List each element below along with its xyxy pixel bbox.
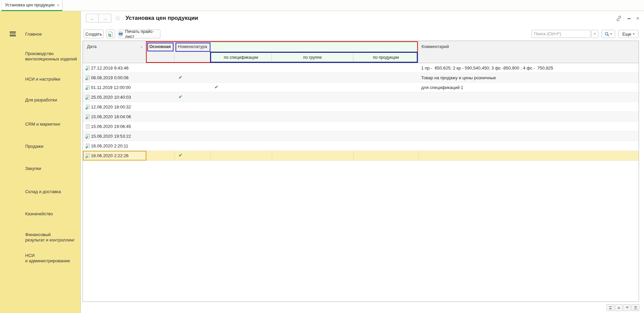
hamburger-menu-icon[interactable] — [10, 32, 16, 36]
row-date: 25.05.2020 10:40:03 — [91, 95, 131, 100]
sidebar-item-3[interactable]: НСИ и настройки — [25, 77, 80, 82]
row-date: 12.06.2020 18:00:32 — [91, 104, 131, 109]
sidebar-item-2[interactable]: Производство вентиляционных изделий — [25, 51, 80, 62]
scroll-to-bottom-button[interactable] — [632, 304, 639, 311]
check-icon-nomenklatura: ✔ — [179, 152, 183, 158]
document-posted-icon — [85, 114, 90, 121]
more-actions-button[interactable]: Еще ▾ — [618, 30, 639, 38]
scroll-to-top-button[interactable] — [606, 304, 614, 311]
document-posted-icon — [85, 104, 90, 111]
more-kebab-icon[interactable] — [628, 17, 631, 19]
list-scroll-buttons — [606, 304, 639, 311]
search-clear-button[interactable]: × — [591, 30, 598, 38]
page-title: Установка цен продукции — [126, 15, 198, 21]
row-date: 01.11.2019 12:00:00 — [91, 85, 131, 90]
create-button[interactable]: Создать — [84, 30, 104, 38]
tab-price-setting[interactable]: Установка цен продукции × — [1, 0, 62, 11]
row-date: 15.06.2020 18:04:06 — [91, 114, 131, 119]
tab-close-icon[interactable]: × — [57, 3, 59, 8]
scroll-up-icon — [617, 307, 621, 309]
print-pricelist-button[interactable]: Печать прайс-лист — [118, 30, 160, 38]
back-button[interactable]: ← — [86, 14, 99, 23]
column-header-po-prod[interactable]: по продукции — [353, 52, 418, 63]
scroll-bottom-icon — [634, 306, 637, 308]
search-icon — [605, 32, 609, 36]
chevron-down-icon: ▾ — [610, 32, 612, 36]
table-row[interactable]: 01.11.2019 12:00:00✔для спецификаций 1 — [83, 83, 639, 92]
form-close-icon[interactable]: × — [636, 15, 639, 21]
document-icon — [85, 124, 90, 131]
column-header-po-spec[interactable]: по спецификации — [210, 52, 272, 63]
row-date: 08.08.2019 0:00:06 — [91, 75, 129, 80]
column-group-header — [210, 41, 418, 52]
document-posted-icon — [85, 85, 90, 92]
scroll-up-button[interactable] — [615, 304, 623, 311]
row-date: 27.12.2018 9:43:46 — [91, 65, 129, 71]
check-icon-nomenklatura: ✔ — [179, 75, 183, 80]
document-posted-icon — [85, 95, 90, 101]
check-icon-po-spec: ✔ — [214, 84, 218, 90]
document-posted-icon — [85, 75, 90, 82]
sort-desc-icon: ↓ — [141, 44, 143, 49]
table-row[interactable]: 16.06.2020 2:22:26✔ — [83, 151, 639, 161]
tab-title: Установка цен продукции — [5, 3, 55, 7]
sidebar-item-8[interactable]: Склад и доставка — [25, 189, 80, 194]
sidebar-item-5[interactable]: CRM и маркетинг — [25, 122, 80, 127]
sidebar-item-7[interactable]: Закупки — [25, 166, 80, 171]
table-row[interactable]: 27.12.2018 9:43:461 пр - 650,625; 2 кр -… — [83, 63, 639, 73]
row-date: 16.06.2020 2:20:11 — [91, 143, 128, 148]
scroll-down-button[interactable] — [623, 304, 631, 311]
table-row[interactable]: 15.06.2020 18:04:06 — [83, 112, 639, 122]
sidebar-item-11[interactable]: НСИ и администрирование — [25, 253, 80, 264]
column-header-osnovnaya[interactable]: Основная — [146, 41, 175, 63]
table-row[interactable]: 15.06.2020 19:53:22 — [83, 131, 639, 141]
table-row[interactable]: 16.06.2020 2:20:11 — [83, 141, 639, 151]
column-header-comment[interactable]: Комментарий — [418, 41, 639, 63]
row-comment: для спецификаций 1 — [421, 85, 463, 90]
link-icon[interactable] — [616, 15, 622, 21]
document-posted-icon — [85, 65, 90, 72]
check-icon-nomenklatura: ✔ — [179, 94, 183, 99]
copy-document-button[interactable] — [106, 30, 115, 38]
sidebar-item-1[interactable]: Главное — [25, 32, 80, 37]
sections-sidebar: ГлавноеПроизводство вентиляционных издел… — [0, 11, 81, 313]
column-header-date[interactable]: Дата ↓ — [83, 41, 146, 63]
search-input[interactable] — [532, 30, 591, 38]
tab-bar: Установка цен продукции × — [0, 0, 644, 11]
document-posted-icon — [85, 153, 90, 160]
search-options-button[interactable]: ▾ — [601, 30, 615, 38]
sidebar-item-6[interactable]: Продажи — [25, 144, 80, 149]
main-area: ← → ☆ Установка цен продукции × Создать — [81, 11, 644, 313]
more-actions-label: Еще — [623, 32, 631, 37]
table-row[interactable]: 25.05.2020 10:40:03✔ — [83, 92, 639, 102]
favorite-star-icon[interactable]: ☆ — [115, 14, 121, 22]
sidebar-item-9[interactable]: Казначейство — [25, 211, 80, 217]
new-document-icon — [108, 31, 113, 37]
document-posted-icon — [85, 143, 90, 150]
sidebar-item-4[interactable]: Для разработки — [25, 97, 80, 103]
row-date: 15.06.2020 19:53:22 — [91, 134, 131, 139]
printer-icon — [118, 32, 123, 36]
row-date: 15.06.2020 19:06:45 — [91, 124, 131, 129]
history-nav-group: ← → — [86, 14, 111, 23]
column-header-po-gruppe[interactable]: по группе — [272, 52, 353, 63]
table-row[interactable]: 15.06.2020 19:06:45 — [83, 122, 639, 131]
scroll-top-icon — [609, 306, 612, 307]
row-comment: Товар на продажу и цены розничные — [421, 75, 496, 80]
row-date: 16.06.2020 2:22:26 — [91, 153, 129, 158]
scroll-down-icon — [626, 307, 629, 309]
table-row[interactable]: 12.06.2020 18:00:32 — [83, 102, 639, 112]
document-posted-icon — [85, 134, 90, 140]
column-header-nomenklatura[interactable]: Номенклатура — [175, 41, 210, 63]
forward-button[interactable]: → — [99, 14, 111, 23]
sidebar-item-10[interactable]: Финансовый результат и контроллинг — [25, 232, 80, 243]
table-row[interactable]: 08.08.2019 0:00:06✔Товар на продажу и це… — [83, 73, 639, 83]
row-comment: 1 пр - 650,625; 2 кр - 590,540,450; 3 фс… — [421, 65, 553, 71]
chevron-down-icon: ▾ — [633, 32, 635, 36]
documents-table: Дата ↓ Основная Номенклатура по специфик… — [83, 41, 639, 302]
print-pricelist-label: Печать прайс-лист — [125, 29, 160, 39]
